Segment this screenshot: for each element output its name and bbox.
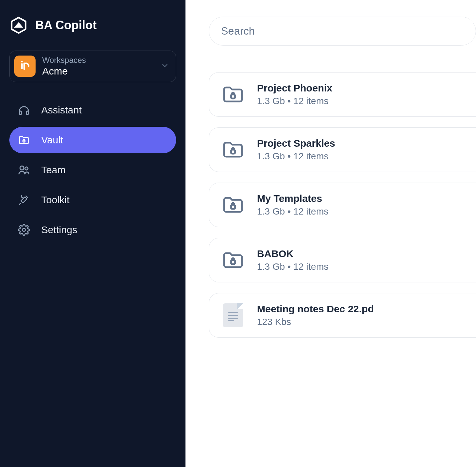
sidebar-item-label: Assistant	[41, 104, 82, 116]
workspace-label: Workspaces	[42, 56, 154, 65]
brand: BA Copilot	[9, 16, 176, 35]
sidebar: BA Copilot Workspaces Acme	[0, 0, 185, 467]
tools-icon	[17, 193, 31, 207]
vault-item-title: Meeting notes Dec 22.pd	[257, 303, 374, 315]
workspace-name: Acme	[42, 65, 154, 77]
folder-lock-icon	[221, 248, 245, 272]
sidebar-item-label: Settings	[41, 224, 77, 235]
vault-item-text: Project Sparkles 1.3 Gb • 12 items	[257, 138, 335, 162]
sidebar-item-label: Toolkit	[41, 194, 69, 206]
svg-rect-2	[20, 111, 22, 115]
sidebar-item-settings[interactable]: Settings	[9, 217, 176, 243]
vault-item-meta: 1.3 Gb • 12 items	[257, 151, 335, 162]
vault-folder-card[interactable]: My Templates 1.3 Gb • 12 items	[209, 183, 476, 227]
vault-item-text: BABOK 1.3 Gb • 12 items	[257, 248, 328, 272]
vault-folder-card[interactable]: Project Sparkles 1.3 Gb • 12 items	[209, 127, 476, 172]
brand-title: BA Copilot	[35, 18, 97, 32]
sidebar-item-vault[interactable]: Vault	[9, 127, 176, 153]
sidebar-item-team[interactable]: Team	[9, 157, 176, 183]
folder-lock-icon	[221, 82, 245, 106]
sidebar-nav: Assistant Vault Team	[9, 97, 176, 243]
users-icon	[17, 163, 31, 177]
svg-rect-3	[27, 111, 29, 115]
vault-item-title: My Templates	[257, 193, 328, 204]
vault-item-title: BABOK	[257, 248, 328, 259]
brand-logo-icon	[9, 16, 28, 35]
vault-item-meta: 1.3 Gb • 12 items	[257, 261, 328, 272]
vault-item-list: Project Phoenix 1.3 Gb • 12 items Projec…	[209, 72, 476, 338]
vault-item-meta: 1.3 Gb • 12 items	[257, 206, 328, 217]
svg-point-5	[20, 166, 24, 170]
folder-lock-icon	[221, 193, 245, 217]
folder-lock-icon	[17, 133, 31, 147]
svg-point-1	[21, 61, 23, 63]
vault-item-text: Project Phoenix 1.3 Gb • 12 items	[257, 82, 332, 106]
search-box[interactable]	[209, 17, 476, 46]
search-input[interactable]	[221, 25, 464, 37]
vault-item-title: Project Phoenix	[257, 82, 332, 94]
vault-folder-card[interactable]: Project Phoenix 1.3 Gb • 12 items	[209, 72, 476, 117]
sidebar-item-label: Vault	[41, 134, 63, 146]
folder-lock-icon	[221, 138, 245, 162]
svg-rect-0	[21, 63, 23, 69]
svg-point-6	[25, 167, 28, 170]
workspace-switcher[interactable]: Workspaces Acme	[9, 51, 176, 82]
vault-item-text: My Templates 1.3 Gb • 12 items	[257, 193, 328, 217]
document-icon	[221, 303, 245, 327]
vault-item-title: Project Sparkles	[257, 138, 335, 149]
workspace-text: Workspaces Acme	[42, 56, 154, 77]
vault-file-card[interactable]: Meeting notes Dec 22.pd 123 Kbs	[209, 293, 476, 338]
vault-item-meta: 123 Kbs	[257, 317, 374, 327]
sidebar-item-assistant[interactable]: Assistant	[9, 97, 176, 123]
vault-folder-card[interactable]: BABOK 1.3 Gb • 12 items	[209, 238, 476, 282]
headphones-icon	[17, 103, 31, 117]
workspace-avatar-icon	[14, 56, 36, 77]
gear-icon	[17, 223, 31, 236]
main-content: Project Phoenix 1.3 Gb • 12 items Projec…	[185, 0, 476, 467]
sidebar-item-toolkit[interactable]: Toolkit	[9, 187, 176, 213]
vault-item-text: Meeting notes Dec 22.pd 123 Kbs	[257, 303, 374, 327]
vault-item-meta: 1.3 Gb • 12 items	[257, 96, 332, 106]
svg-point-7	[23, 228, 26, 231]
sidebar-item-label: Team	[41, 164, 65, 176]
chevron-down-icon	[161, 61, 169, 71]
